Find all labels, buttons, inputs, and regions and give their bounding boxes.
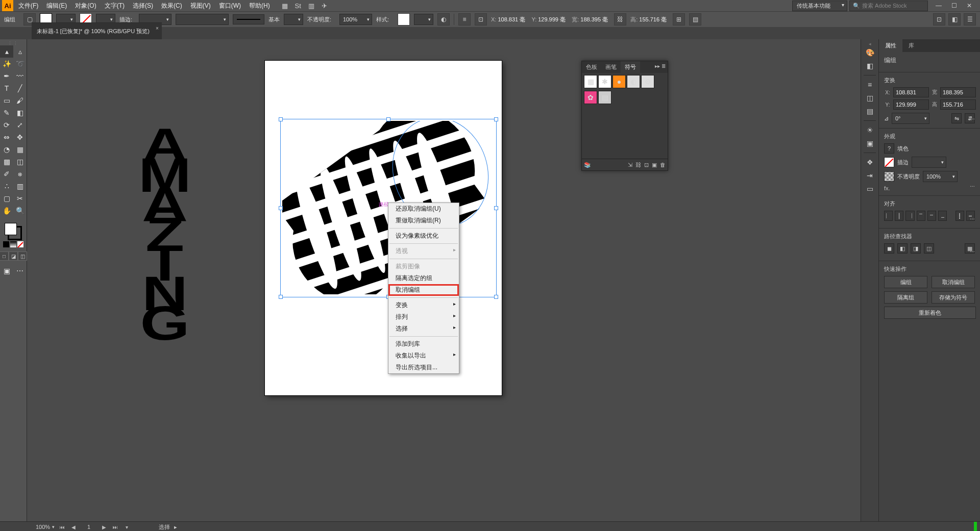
eraser-tool[interactable]: ◧ [13,107,27,119]
document-tab[interactable]: 未标题-1 [已恢复]* @ 100% (RGB/GPU 预览) × [32,22,162,39]
align-top[interactable]: ⎺ [917,211,925,221]
panel-tab-brushes[interactable]: 画笔 [601,61,621,73]
appearance-panel-icon[interactable]: ☀ [864,124,876,136]
pf-minus[interactable]: ◧ [897,243,908,254]
symbol-5[interactable]: ⚙ [641,75,654,88]
window-maximize[interactable]: ☐ [948,2,960,10]
menu-help[interactable]: 帮助(H) [246,1,273,11]
h-value[interactable]: 155.716 毫 [639,16,669,23]
w-value[interactable]: 188.395 毫 [580,16,610,23]
pf-intersect[interactable]: ◨ [911,243,921,254]
artboard-nav-dropdown[interactable]: ▾ [123,524,130,530]
align-hcenter[interactable]: ⎮ [895,211,903,221]
opacity-swatch[interactable] [884,171,894,182]
prefs-icon[interactable]: ☰ [964,13,976,26]
symbol-break-icon[interactable]: ⛓ [635,162,641,168]
draw-behind[interactable]: ◪ [9,251,18,261]
transparency-panel-icon[interactable]: ▤ [864,105,876,117]
menu-select[interactable]: 选择(S) [130,1,156,11]
artboard-number[interactable]: 1 [81,524,96,530]
pf-exclude[interactable]: ◫ [924,243,934,254]
ctx-transform[interactable]: 变换 [388,299,459,311]
ctx-ungroup[interactable]: 取消编组 [388,284,459,296]
nav-prev[interactable]: ◀ [70,524,77,530]
shaper-tool[interactable]: ✎ [0,107,13,119]
eyedropper-tool[interactable]: ✐ [0,168,13,180]
symbol-sprayer-tool[interactable]: ∴ [0,180,13,192]
handle-bl[interactable] [279,295,283,299]
width-tool[interactable]: ⇔ [0,131,13,143]
ctx-undo-ungroup[interactable]: 还原取消编组(U) [388,203,459,215]
symbol-4[interactable]: ◐ [627,75,640,88]
bridge-icon[interactable]: ▦ [280,1,289,10]
panel-tab-swatches[interactable]: 色板 [582,61,601,73]
align-panel-icon[interactable]: ≡ [458,13,471,26]
workspace-switcher[interactable]: 传统基本功能 [792,1,847,11]
angle-input[interactable]: 0° [892,113,929,124]
symbol-3[interactable]: ● [612,75,626,88]
symbol-place-icon[interactable]: ⇲ [628,162,632,168]
menu-view[interactable]: 视图(V) [187,1,214,11]
opacity-value[interactable]: 100% [339,14,372,25]
graph-tool[interactable]: ▥ [13,180,27,192]
shape-options-icon[interactable]: ⊞ [673,13,685,26]
layers-panel-icon[interactable]: ❖ [864,156,876,168]
stroke-panel-icon[interactable]: ≡ [864,79,876,91]
transform-more-icon[interactable]: … [970,115,976,120]
menu-type[interactable]: 文字(T) [102,1,128,11]
ctx-select[interactable]: 选择 [388,323,459,335]
gradient-tool[interactable]: ◫ [13,156,27,168]
pen-tool[interactable]: ✒ [0,70,13,82]
blend-tool[interactable]: ⎈ [13,168,27,180]
direct-selection-tool[interactable]: ▵ [13,45,27,58]
lasso-tool[interactable]: ➰ [13,58,27,70]
free-transform-tool[interactable]: ✥ [13,131,27,143]
rectangle-tool[interactable]: ▭ [0,94,13,107]
color-panel-icon[interactable]: 🎨 [864,46,876,59]
artboard-tool[interactable]: ▢ [0,192,13,205]
asset-export-icon[interactable]: ⇥ [864,169,876,182]
gradient-panel-icon[interactable]: ◫ [864,92,876,104]
curvature-tool[interactable]: 〰 [13,70,27,82]
ctx-add-to-library[interactable]: 添加到库 [388,338,459,350]
stock-search[interactable]: 🔍 搜索 Adobe Stock [849,1,928,11]
graphic-styles-icon[interactable]: ▣ [864,137,876,149]
screen-mode[interactable]: ▣ [0,265,13,277]
stroke-weight-prop[interactable] [912,157,946,168]
menu-effect[interactable]: 效果(C) [158,1,185,11]
draw-normal[interactable]: □ [0,251,9,261]
menu-file[interactable]: 文件(F) [15,1,41,11]
perspective-tool[interactable]: ▦ [13,143,27,156]
snap-icon[interactable]: ◧ [948,13,961,26]
color-guide-icon[interactable]: ◧ [864,60,876,72]
handle-r[interactable] [494,206,498,210]
handle-l[interactable] [279,206,283,210]
qa-group[interactable]: 编组 [884,276,927,288]
gpu-icon[interactable]: ✈ [320,1,329,10]
tab-properties[interactable]: 属性 [879,39,902,52]
handle-tl[interactable] [279,117,283,121]
zoom-dropdown-icon[interactable]: ▾ [52,524,55,529]
hand-tool[interactable]: ✋ [0,205,13,217]
scale-tool[interactable]: ⤢ [13,119,27,131]
qa-isolate[interactable]: 隔离组 [884,291,927,304]
handle-t[interactable] [386,117,390,121]
symbol-delete-icon[interactable]: 🗑 [660,162,666,168]
ctx-isolate-group[interactable]: 隔离选定的组 [388,272,459,284]
draw-inside[interactable]: ◫ [18,251,27,261]
qa-ungroup[interactable]: 取消编组 [932,276,975,288]
symbol-lib-icon[interactable]: 📚 [584,162,591,168]
color-mode-none[interactable] [17,241,23,247]
zoom-tool[interactable]: 🔍 [13,205,27,217]
x-value[interactable]: 108.831 毫 [498,16,527,23]
graphic-style-swatch[interactable] [398,13,410,26]
menu-object[interactable]: 对象(O) [72,1,99,11]
transform-ref-icon[interactable]: ⊡ [475,13,487,26]
graphic-style-dropdown[interactable] [414,14,433,25]
canvas-area[interactable]: A M A Z I N G [27,39,861,521]
artboards-panel-icon[interactable]: ▭ [864,183,876,195]
color-mode-gradient[interactable] [10,241,16,247]
flip-h-icon[interactable]: ⇋ [951,113,962,123]
pf-unite[interactable]: ◼ [884,243,894,254]
y-value[interactable]: 129.999 毫 [538,16,568,23]
